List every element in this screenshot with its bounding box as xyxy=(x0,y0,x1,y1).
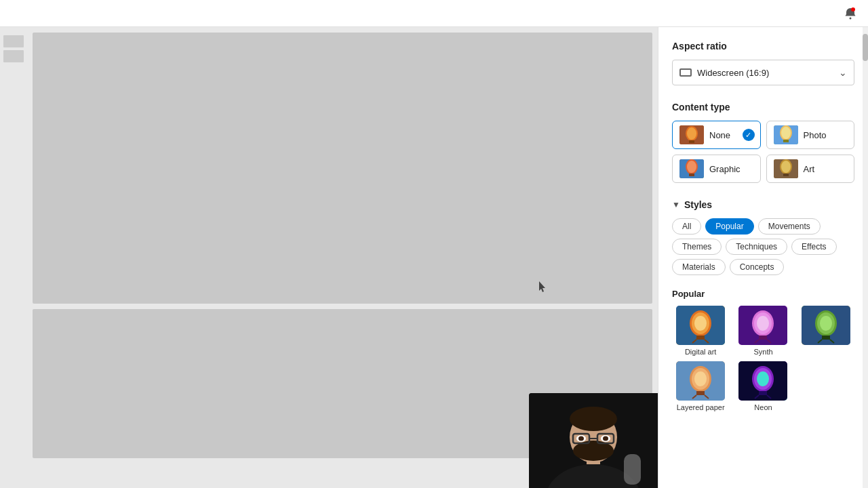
slide-preview-top[interactable] xyxy=(33,33,652,304)
svg-rect-13 xyxy=(689,174,694,176)
popular-section: Popular Dig xyxy=(672,289,854,411)
slide-thumbnail-column xyxy=(0,27,27,64)
tag-concepts[interactable]: Concepts xyxy=(730,259,785,275)
digital-art-label: Digital art xyxy=(685,348,716,356)
svg-point-64 xyxy=(578,436,584,441)
digital-art-thumb xyxy=(676,306,725,345)
neon-label: Neon xyxy=(754,403,772,411)
style-tags: All Popular Movements Themes Techniques … xyxy=(672,218,854,275)
collapse-icon: ▼ xyxy=(672,200,680,209)
third-thumb xyxy=(802,306,850,345)
styles-section: ▼ Styles All Popular Movements Themes Te… xyxy=(672,199,854,275)
popular-grid: Digital art xyxy=(672,306,854,411)
svg-point-42 xyxy=(694,371,707,386)
art-thumb xyxy=(774,159,798,178)
svg-point-16 xyxy=(781,161,791,173)
tag-materials[interactable]: Materials xyxy=(672,259,726,275)
svg-point-0 xyxy=(850,17,852,19)
slide-thumb-1[interactable] xyxy=(3,35,24,47)
svg-point-49 xyxy=(757,371,769,386)
scrollbar-track xyxy=(863,27,868,488)
graphic-thumb xyxy=(679,159,704,178)
photo-thumb xyxy=(774,125,798,144)
svg-point-65 xyxy=(603,436,608,441)
content-type-none[interactable]: None ✓ xyxy=(672,121,761,149)
popular-item-layered-paper[interactable]: Layered paper xyxy=(672,361,729,411)
popular-item-synth[interactable]: Synth xyxy=(734,306,791,356)
styles-header[interactable]: ▼ Styles xyxy=(672,199,854,210)
tag-movements[interactable]: Movements xyxy=(758,218,821,235)
right-sidebar: Aspect ratio Widescreen (16:9) ⌄ Content… xyxy=(658,27,868,488)
styles-label: Styles xyxy=(684,199,712,210)
popular-item-neon[interactable]: Neon xyxy=(734,361,791,411)
top-bar xyxy=(0,0,868,27)
svg-point-28 xyxy=(757,316,769,331)
tag-techniques[interactable]: Techniques xyxy=(726,239,787,255)
svg-rect-22 xyxy=(696,336,705,340)
popular-label: Popular xyxy=(672,289,854,299)
popular-item-digital-art[interactable]: Digital art xyxy=(672,306,729,356)
content-type-graphic[interactable]: Graphic xyxy=(672,155,761,183)
svg-point-1 xyxy=(851,7,855,12)
svg-point-21 xyxy=(694,316,707,331)
svg-rect-36 xyxy=(822,336,830,340)
notification-icon[interactable] xyxy=(841,4,860,23)
layered-paper-label: Layered paper xyxy=(677,403,725,411)
selected-check: ✓ xyxy=(743,129,755,141)
scrollbar-thumb[interactable] xyxy=(863,34,868,61)
svg-point-8 xyxy=(781,127,791,139)
widescreen-icon xyxy=(679,68,692,77)
main-area: Aspect ratio Widescreen (16:9) ⌄ Content… xyxy=(0,27,868,488)
svg-point-12 xyxy=(687,161,696,173)
webcam-person xyxy=(529,393,658,488)
content-type-none-label: None xyxy=(709,130,730,140)
svg-rect-9 xyxy=(783,140,789,142)
svg-rect-50 xyxy=(759,391,767,395)
neon-thumb xyxy=(738,361,787,401)
content-type-section: Content type None ✓ xyxy=(672,102,854,183)
webcam-overlay xyxy=(529,393,658,488)
content-type-art-label: Art xyxy=(804,164,815,174)
content-type-photo[interactable]: Photo xyxy=(766,121,855,149)
aspect-ratio-section: Aspect ratio Widescreen (16:9) ⌄ xyxy=(672,41,854,85)
tag-effects[interactable]: Effects xyxy=(791,239,836,255)
aspect-ratio-dropdown[interactable]: Widescreen (16:9) ⌄ xyxy=(672,60,854,85)
aspect-ratio-value: Widescreen (16:9) xyxy=(697,68,769,78)
chevron-down-icon: ⌄ xyxy=(839,67,847,78)
slide-thumb-2[interactable] xyxy=(3,50,24,62)
aspect-ratio-label: Aspect ratio xyxy=(672,41,854,52)
content-type-grid: None ✓ Photo xyxy=(672,121,854,183)
svg-rect-43 xyxy=(696,391,705,395)
svg-point-35 xyxy=(820,316,832,331)
layered-paper-thumb xyxy=(676,361,725,401)
synth-thumb xyxy=(738,306,787,345)
svg-rect-17 xyxy=(783,174,789,176)
svg-point-4 xyxy=(687,127,696,140)
content-type-label: Content type xyxy=(672,102,854,113)
popular-item-third[interactable] xyxy=(797,306,854,356)
svg-rect-66 xyxy=(624,454,641,485)
tag-all[interactable]: All xyxy=(672,218,701,235)
none-thumb xyxy=(679,125,704,144)
content-type-art[interactable]: Art xyxy=(766,155,855,183)
tag-themes[interactable]: Themes xyxy=(672,239,722,255)
tag-popular[interactable]: Popular xyxy=(705,218,753,235)
svg-rect-5 xyxy=(689,140,694,143)
synth-label: Synth xyxy=(753,348,772,356)
content-type-photo-label: Photo xyxy=(804,130,827,140)
svg-point-57 xyxy=(570,407,617,431)
svg-rect-29 xyxy=(759,336,767,340)
content-type-graphic-label: Graphic xyxy=(709,164,741,174)
